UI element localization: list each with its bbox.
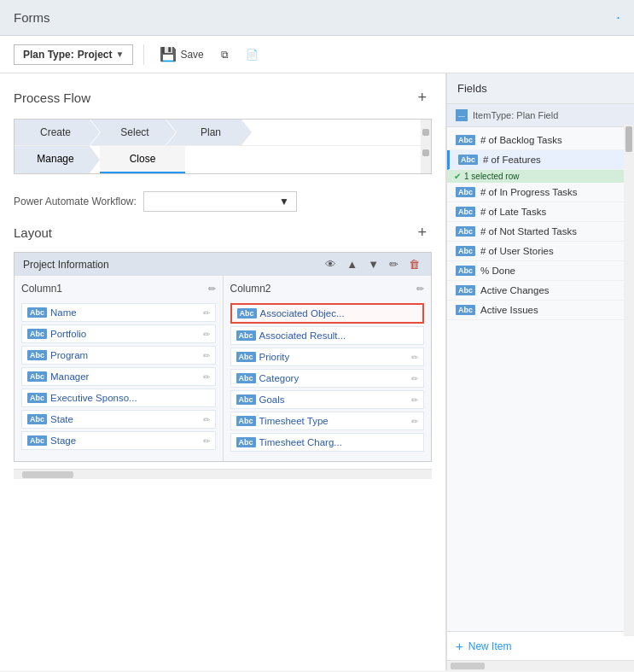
field-list-active-issues[interactable]: Abc Active Issues [447, 301, 634, 320]
field-abc-badge: Abc [236, 416, 256, 426]
field-list-not-started[interactable]: Abc # of Not Started Tasks [447, 222, 634, 242]
plan-type-value: Project [78, 49, 113, 61]
field-label: Active Issues [480, 305, 538, 315]
field-edit-icon[interactable]: ✏ [203, 330, 210, 339]
export-button[interactable]: 📄 [241, 45, 264, 64]
selected-row-text: 1 selected row [464, 172, 519, 181]
item-type-icon: — [456, 109, 468, 121]
field-abc-badge: Abc [456, 135, 475, 145]
fields-panel-title: Fields [457, 82, 487, 95]
fields-panel: Fields — ItemType: Plan Field Abc # of B… [446, 73, 634, 670]
workflow-row: Power Automate Workflow: ▼ [14, 191, 432, 212]
field-list-backlog[interactable]: Abc # of Backlog Tasks [447, 131, 634, 150]
field-priority[interactable]: Abc Priority ✏ [230, 348, 425, 366]
field-label: # of Backlog Tasks [480, 135, 562, 145]
field-name[interactable]: Abc Name ✏ [21, 303, 216, 322]
flow-step-create: Create [15, 120, 100, 145]
field-edit-icon[interactable]: ✏ [203, 351, 210, 360]
main-content: Process Flow + Create Select Plan [0, 73, 634, 670]
field-stage[interactable]: Abc Stage ✏ [21, 431, 216, 450]
top-bar-dot: · [616, 9, 620, 26]
save-label: Save [180, 49, 203, 61]
app-title: Forms [14, 10, 50, 25]
field-state[interactable]: Abc State ✏ [21, 410, 216, 429]
field-list-features[interactable]: Abc # of Features [447, 150, 634, 170]
field-edit-icon[interactable]: ✏ [411, 374, 418, 383]
field-list-user-stories[interactable]: Abc # of User Stories [447, 242, 634, 261]
field-abc-badge: Abc [458, 155, 478, 165]
fields-list: Abc # of Backlog Tasks Abc # of Features… [447, 127, 634, 631]
section-group-project-info: Project Information 👁 ▲ ▼ ✏ 🗑 Column1 [14, 252, 432, 462]
field-abc-badge: Abc [237, 308, 257, 318]
field-abc-badge: Abc [236, 394, 256, 405]
plan-type-caret-icon: ▼ [115, 50, 124, 59]
field-list-in-progress[interactable]: Abc # of In Progress Tasks [447, 183, 634, 202]
column2: Column2 ✏ Abc Associated Objec... ◄ [224, 276, 432, 461]
columns-container: Column1 ✏ Abc Name ✏ Abc Portfolio ✏ [15, 276, 431, 461]
field-program[interactable]: Abc Program ✏ [21, 346, 216, 365]
column1-edit-icon[interactable]: ✏ [208, 283, 216, 295]
export-icon: 📄 [246, 49, 259, 61]
field-edit-icon[interactable]: ✏ [411, 353, 418, 362]
process-flow-section: Process Flow + Create Select Plan [14, 87, 432, 174]
section-edit-button[interactable]: ✏ [387, 258, 401, 271]
plan-type-button[interactable]: Plan Type: Project ▼ [14, 44, 133, 65]
field-edit-icon[interactable]: ✏ [203, 308, 210, 318]
column1-header: Column1 ✏ [21, 283, 216, 298]
top-bar: Forms · [0, 0, 634, 36]
section-visibility-button[interactable]: 👁 [323, 258, 339, 271]
workflow-select[interactable]: ▼ [143, 191, 297, 212]
flow-step-plan: Plan [166, 120, 252, 145]
copy-button[interactable]: ⧉ [216, 45, 234, 64]
flow-step-close: Close [100, 146, 185, 173]
new-item-button[interactable]: + New Item [447, 631, 634, 660]
section-up-button[interactable]: ▲ [344, 258, 360, 271]
field-goals[interactable]: Abc Goals ✏ [230, 390, 425, 409]
layout-header: Layout + [14, 222, 432, 243]
add-process-flow-button[interactable]: + [412, 87, 432, 108]
field-abc-badge: Abc [27, 350, 47, 360]
section-actions: 👁 ▲ ▼ ✏ 🗑 [323, 258, 422, 271]
item-type-row: — ItemType: Plan Field [447, 104, 634, 127]
column2-header: Column2 ✏ [230, 283, 425, 298]
section-delete-button[interactable]: 🗑 [406, 258, 422, 271]
horizontal-scrollbar[interactable] [14, 469, 432, 479]
field-edit-icon[interactable]: ✏ [203, 372, 210, 382]
field-abc-badge: Abc [27, 371, 47, 382]
field-abc-badge: Abc [456, 207, 475, 217]
right-horizontal-scrollbar[interactable] [447, 660, 634, 670]
field-manager[interactable]: Abc Manager ✏ [21, 367, 216, 386]
workflow-label: Power Automate Workflow: [14, 196, 137, 207]
field-associated-objects[interactable]: Abc Associated Objec... [230, 303, 425, 324]
field-timesheet-charge[interactable]: Abc Timesheet Charg... [230, 433, 425, 452]
add-layout-button[interactable]: + [412, 222, 432, 243]
left-panel: Process Flow + Create Select Plan [0, 73, 446, 670]
field-edit-icon[interactable]: ✏ [203, 415, 210, 424]
field-edit-icon[interactable]: ✏ [203, 436, 210, 446]
field-executive-sponsor[interactable]: Abc Executive Sponso... [21, 389, 216, 407]
field-portfolio[interactable]: Abc Portfolio ✏ [21, 324, 216, 343]
field-edit-icon[interactable]: ✏ [411, 395, 418, 405]
field-edit-icon[interactable]: ✏ [411, 417, 418, 426]
flow-step-select: Select [90, 120, 176, 145]
field-associated-result[interactable]: Abc Associated Result... [230, 326, 425, 345]
process-flow-header: Process Flow + [14, 87, 432, 108]
section-down-button[interactable]: ▼ [365, 258, 381, 271]
field-category[interactable]: Abc Category ✏ [230, 369, 425, 388]
item-type-label: ItemType: Plan Field [473, 110, 558, 120]
section-group-name: Project Information [23, 259, 109, 271]
field-list-late[interactable]: Abc # of Late Tasks [447, 202, 634, 222]
field-label: Active Changes [480, 285, 550, 295]
field-abc-badge: Abc [456, 285, 475, 295]
field-list-percent-done[interactable]: Abc % Done [447, 261, 634, 281]
column2-edit-icon[interactable]: ✏ [416, 283, 424, 295]
layout-title: Layout [14, 225, 52, 240]
right-vertical-scrollbar[interactable] [624, 125, 634, 636]
field-list-active-changes[interactable]: Abc Active Changes [447, 281, 634, 301]
scrollbar-thumb [625, 126, 632, 152]
item-type-symbol: — [458, 112, 465, 120]
save-button[interactable]: 💾 Save [154, 43, 208, 66]
scroll-thumb [22, 471, 73, 478]
field-abc-badge: Abc [27, 414, 47, 424]
field-timesheet-type[interactable]: Abc Timesheet Type ✏ [230, 412, 425, 430]
